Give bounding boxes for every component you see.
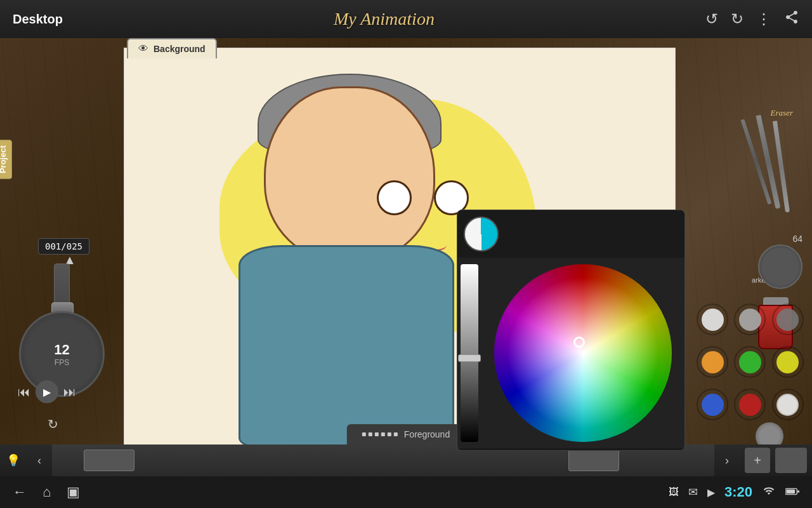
status-bar: ← ⌂ ▣ 🖼 ✉ ▶ 3:20 bbox=[0, 476, 812, 508]
bottom-bar: 💡 ‹ › + bbox=[0, 444, 812, 476]
share-button[interactable] bbox=[784, 10, 799, 29]
jar-orange[interactable] bbox=[697, 346, 728, 378]
color-picker-bottom: ↺ bbox=[457, 448, 684, 451]
svg-rect-2 bbox=[797, 490, 799, 493]
char-eye-left bbox=[377, 180, 412, 215]
fg-dots bbox=[362, 432, 398, 436]
color-wheel-container bbox=[481, 258, 684, 448]
eye-icon: 👁 bbox=[138, 43, 148, 55]
right-panel: Eraser arker 64 bbox=[688, 76, 812, 508]
timeline-light-icon: 💡 bbox=[0, 453, 27, 467]
color-picker-main bbox=[457, 258, 684, 448]
undo-button[interactable]: ↺ bbox=[705, 10, 718, 28]
back-button[interactable]: ← bbox=[13, 484, 27, 500]
fg-dot-1 bbox=[362, 432, 366, 436]
color-picker[interactable]: ↺ bbox=[457, 210, 685, 451]
char-head bbox=[264, 86, 435, 264]
jar-light-gray[interactable] bbox=[734, 304, 766, 335]
status-left: ← ⌂ ▣ bbox=[13, 484, 80, 500]
layer-name: Background bbox=[154, 44, 206, 54]
brightness-slider[interactable] bbox=[461, 264, 478, 442]
clock-display: 3:20 bbox=[724, 484, 752, 500]
loop-button[interactable]: ↻ bbox=[48, 417, 58, 432]
brightness-handle[interactable] bbox=[458, 354, 481, 362]
layer-tab[interactable]: 👁 Background bbox=[127, 38, 217, 58]
add-frame-button[interactable]: + bbox=[745, 448, 770, 473]
timeline-thumb-right[interactable] bbox=[568, 450, 619, 471]
playback-controls: ⏮ ▶ ⏭ bbox=[18, 380, 76, 403]
char-body bbox=[239, 245, 454, 448]
jar-green[interactable] bbox=[734, 346, 766, 378]
mail-icon: ✉ bbox=[688, 485, 698, 499]
jar-blue[interactable] bbox=[697, 389, 728, 420]
wifi-icon bbox=[762, 485, 776, 500]
jar-red[interactable] bbox=[734, 389, 766, 420]
fg-dot-6 bbox=[394, 432, 398, 436]
jar-dark-gray[interactable] bbox=[772, 304, 804, 335]
recents-button[interactable]: ▣ bbox=[67, 484, 80, 500]
jar-white-2[interactable] bbox=[772, 389, 804, 420]
fg-dot-5 bbox=[388, 432, 391, 436]
next-frame-button[interactable]: ⏭ bbox=[63, 385, 76, 399]
toolbar-icons: ↺ ↻ ⋮ bbox=[705, 10, 799, 29]
jar-yellow[interactable] bbox=[772, 346, 804, 378]
jar-white[interactable] bbox=[697, 304, 728, 335]
main-area: Project 001/025 ▲ ▼ 12 FPS ⏮ ▶ ⏭ ↻ Erase… bbox=[0, 38, 812, 476]
svg-rect-1 bbox=[786, 489, 795, 493]
color-wheel-dark bbox=[494, 264, 672, 442]
fps-number: 12 bbox=[54, 342, 69, 358]
fg-dot-3 bbox=[375, 432, 379, 436]
fps-label: FPS bbox=[55, 358, 69, 367]
project-tab[interactable]: Project bbox=[0, 140, 12, 179]
timeline-thumb-left[interactable] bbox=[84, 450, 134, 471]
size-number: 64 bbox=[792, 234, 802, 244]
foreground-label: Foreground bbox=[404, 429, 450, 439]
color-picker-top bbox=[457, 210, 684, 258]
play-button[interactable]: ▶ bbox=[36, 380, 58, 403]
prev-frame-button[interactable]: ⏮ bbox=[18, 385, 30, 399]
left-panel: Project 001/025 ▲ ▼ 12 FPS ⏮ ▶ ⏭ ↻ bbox=[0, 76, 124, 508]
media-play-icon: ▶ bbox=[707, 486, 715, 498]
menu-button[interactable]: ⋮ bbox=[756, 10, 771, 28]
app-title: My Animation bbox=[334, 9, 435, 29]
timeline-nav-right[interactable]: › bbox=[714, 444, 740, 476]
home-button[interactable]: ⌂ bbox=[43, 484, 51, 500]
frame-thumbnail[interactable] bbox=[775, 448, 807, 473]
screenshot-icon[interactable]: 🖼 bbox=[669, 486, 679, 498]
size-dial[interactable] bbox=[758, 244, 802, 289]
desktop-label: Desktop bbox=[13, 12, 63, 27]
brush-area bbox=[695, 114, 809, 222]
top-bar: Desktop My Animation ↺ ↻ ⋮ bbox=[0, 0, 812, 38]
foreground-tab[interactable]: Foreground bbox=[347, 424, 465, 444]
color-wheel[interactable] bbox=[494, 264, 672, 442]
battery-icon bbox=[785, 486, 799, 499]
status-right: 🖼 ✉ ▶ 3:20 bbox=[669, 484, 799, 500]
color-preview[interactable] bbox=[464, 217, 499, 251]
redo-button[interactable]: ↻ bbox=[731, 10, 743, 28]
fg-dot-2 bbox=[369, 432, 372, 436]
fg-dot-4 bbox=[381, 432, 385, 436]
color-cursor[interactable] bbox=[573, 337, 585, 348]
timeline-nav-left[interactable]: ‹ bbox=[27, 444, 52, 476]
